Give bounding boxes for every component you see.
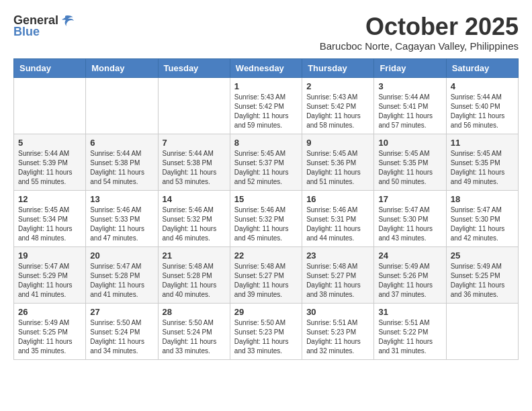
calendar-cell: 28Sunrise: 5:50 AMSunset: 5:24 PMDayligh…: [158, 303, 230, 359]
day-number: 15: [234, 194, 298, 204]
month-title: October 2025: [320, 13, 519, 40]
day-info: Sunrise: 5:44 AMSunset: 5:40 PMDaylight:…: [451, 93, 514, 130]
day-number: 7: [163, 138, 226, 148]
day-info: Sunrise: 5:50 AMSunset: 5:23 PMDaylight:…: [234, 318, 298, 356]
day-number: 31: [378, 307, 441, 317]
calendar-table: SundayMondayTuesdayWednesdayThursdayFrid…: [13, 58, 519, 360]
location-subtitle: Barucboc Norte, Cagayan Valley, Philippi…: [320, 40, 519, 52]
day-number: 9: [306, 138, 369, 148]
day-number: 24: [378, 250, 441, 261]
day-info: Sunrise: 5:49 AMSunset: 5:25 PMDaylight:…: [18, 318, 81, 356]
calendar-cell: 20Sunrise: 5:47 AMSunset: 5:28 PMDayligh…: [86, 246, 158, 303]
title-section: October 2025 Barucboc Norte, Cagayan Val…: [320, 13, 519, 52]
day-info: Sunrise: 5:51 AMSunset: 5:22 PMDaylight:…: [378, 318, 441, 356]
calendar-cell: 31Sunrise: 5:51 AMSunset: 5:22 PMDayligh…: [374, 303, 446, 359]
calendar-cell: 6Sunrise: 5:44 AMSunset: 5:38 PMDaylight…: [86, 134, 158, 190]
calendar-cell: 16Sunrise: 5:46 AMSunset: 5:31 PMDayligh…: [302, 190, 374, 246]
logo: General Blue: [13, 13, 75, 39]
calendar-week-row: 19Sunrise: 5:47 AMSunset: 5:29 PMDayligh…: [14, 246, 519, 303]
day-number: 27: [90, 307, 153, 317]
calendar-day-header: Tuesday: [158, 58, 230, 77]
day-info: Sunrise: 5:44 AMSunset: 5:38 PMDaylight:…: [163, 149, 226, 187]
day-info: Sunrise: 5:47 AMSunset: 5:30 PMDaylight:…: [451, 205, 514, 243]
calendar-cell: 5Sunrise: 5:44 AMSunset: 5:39 PMDaylight…: [14, 134, 86, 190]
calendar-week-row: 12Sunrise: 5:45 AMSunset: 5:34 PMDayligh…: [14, 190, 519, 246]
day-number: 18: [451, 194, 514, 204]
calendar-week-row: 26Sunrise: 5:49 AMSunset: 5:25 PMDayligh…: [14, 303, 519, 359]
calendar-cell: 4Sunrise: 5:44 AMSunset: 5:40 PMDaylight…: [446, 77, 518, 134]
day-number: 25: [451, 250, 514, 261]
day-info: Sunrise: 5:48 AMSunset: 5:28 PMDaylight:…: [163, 262, 226, 300]
calendar-cell: 19Sunrise: 5:47 AMSunset: 5:29 PMDayligh…: [14, 246, 86, 303]
day-number: 17: [378, 194, 441, 204]
calendar-day-header: Thursday: [302, 58, 374, 77]
day-number: 16: [306, 194, 369, 204]
calendar-cell: 22Sunrise: 5:48 AMSunset: 5:27 PMDayligh…: [230, 246, 302, 303]
day-info: Sunrise: 5:47 AMSunset: 5:30 PMDaylight:…: [378, 205, 441, 243]
calendar-day-header: Wednesday: [230, 58, 302, 77]
day-info: Sunrise: 5:45 AMSunset: 5:37 PMDaylight:…: [234, 149, 298, 187]
calendar-day-header: Monday: [86, 58, 158, 77]
calendar-cell: 15Sunrise: 5:46 AMSunset: 5:32 PMDayligh…: [230, 190, 302, 246]
day-number: 22: [234, 250, 298, 261]
day-info: Sunrise: 5:44 AMSunset: 5:38 PMDaylight:…: [90, 149, 153, 187]
day-number: 12: [18, 194, 81, 204]
calendar-cell: 3Sunrise: 5:44 AMSunset: 5:41 PMDaylight…: [374, 77, 446, 134]
calendar-week-row: 1Sunrise: 5:43 AMSunset: 5:42 PMDaylight…: [14, 77, 519, 134]
day-info: Sunrise: 5:49 AMSunset: 5:25 PMDaylight:…: [451, 262, 514, 300]
day-number: 20: [90, 250, 153, 261]
calendar-cell: 30Sunrise: 5:51 AMSunset: 5:23 PMDayligh…: [302, 303, 374, 359]
day-number: 28: [163, 307, 226, 317]
day-info: Sunrise: 5:47 AMSunset: 5:29 PMDaylight:…: [18, 262, 81, 300]
day-number: 4: [451, 81, 514, 91]
day-info: Sunrise: 5:49 AMSunset: 5:26 PMDaylight:…: [378, 262, 441, 300]
calendar-day-header: Saturday: [446, 58, 518, 77]
calendar-cell: 7Sunrise: 5:44 AMSunset: 5:38 PMDaylight…: [158, 134, 230, 190]
calendar-cell: 21Sunrise: 5:48 AMSunset: 5:28 PMDayligh…: [158, 246, 230, 303]
day-info: Sunrise: 5:51 AMSunset: 5:23 PMDaylight:…: [306, 318, 369, 356]
calendar-week-row: 5Sunrise: 5:44 AMSunset: 5:39 PMDaylight…: [14, 134, 519, 190]
logo-bird-icon: [60, 15, 75, 27]
calendar-cell: 17Sunrise: 5:47 AMSunset: 5:30 PMDayligh…: [374, 190, 446, 246]
day-number: 21: [163, 250, 226, 261]
calendar-cell: 24Sunrise: 5:49 AMSunset: 5:26 PMDayligh…: [374, 246, 446, 303]
calendar-cell: 25Sunrise: 5:49 AMSunset: 5:25 PMDayligh…: [446, 246, 518, 303]
calendar-cell: 29Sunrise: 5:50 AMSunset: 5:23 PMDayligh…: [230, 303, 302, 359]
day-number: 6: [90, 138, 153, 148]
day-info: Sunrise: 5:50 AMSunset: 5:24 PMDaylight:…: [163, 318, 226, 356]
day-number: 26: [18, 307, 81, 317]
calendar-cell: [86, 77, 158, 134]
day-number: 2: [306, 81, 369, 91]
day-number: 13: [90, 194, 153, 204]
day-info: Sunrise: 5:48 AMSunset: 5:27 PMDaylight:…: [306, 262, 369, 300]
day-info: Sunrise: 5:45 AMSunset: 5:35 PMDaylight:…: [378, 149, 441, 187]
calendar-cell: 14Sunrise: 5:46 AMSunset: 5:32 PMDayligh…: [158, 190, 230, 246]
day-info: Sunrise: 5:45 AMSunset: 5:36 PMDaylight:…: [306, 149, 369, 187]
calendar-cell: 26Sunrise: 5:49 AMSunset: 5:25 PMDayligh…: [14, 303, 86, 359]
day-number: 1: [234, 81, 298, 91]
page-header: General Blue October 2025 Barucboc Norte…: [13, 13, 519, 52]
calendar-cell: 18Sunrise: 5:47 AMSunset: 5:30 PMDayligh…: [446, 190, 518, 246]
day-number: 11: [451, 138, 514, 148]
calendar-cell: 13Sunrise: 5:46 AMSunset: 5:33 PMDayligh…: [86, 190, 158, 246]
calendar-cell: 11Sunrise: 5:45 AMSunset: 5:35 PMDayligh…: [446, 134, 518, 190]
day-number: 30: [306, 307, 369, 317]
calendar-day-header: Sunday: [14, 58, 86, 77]
day-number: 5: [18, 138, 81, 148]
day-info: Sunrise: 5:43 AMSunset: 5:42 PMDaylight:…: [306, 93, 369, 130]
calendar-cell: 2Sunrise: 5:43 AMSunset: 5:42 PMDaylight…: [302, 77, 374, 134]
day-info: Sunrise: 5:46 AMSunset: 5:31 PMDaylight:…: [306, 205, 369, 243]
calendar-cell: [158, 77, 230, 134]
day-number: 14: [163, 194, 226, 204]
day-number: 8: [234, 138, 298, 148]
day-info: Sunrise: 5:47 AMSunset: 5:28 PMDaylight:…: [90, 262, 153, 300]
day-number: 19: [18, 250, 81, 261]
day-number: 3: [378, 81, 441, 91]
day-number: 23: [306, 250, 369, 261]
day-info: Sunrise: 5:50 AMSunset: 5:24 PMDaylight:…: [90, 318, 153, 356]
calendar-cell: [14, 77, 86, 134]
day-info: Sunrise: 5:46 AMSunset: 5:32 PMDaylight:…: [163, 205, 226, 243]
calendar-cell: 27Sunrise: 5:50 AMSunset: 5:24 PMDayligh…: [86, 303, 158, 359]
logo-blue-text: Blue: [13, 25, 40, 39]
calendar-cell: 8Sunrise: 5:45 AMSunset: 5:37 PMDaylight…: [230, 134, 302, 190]
